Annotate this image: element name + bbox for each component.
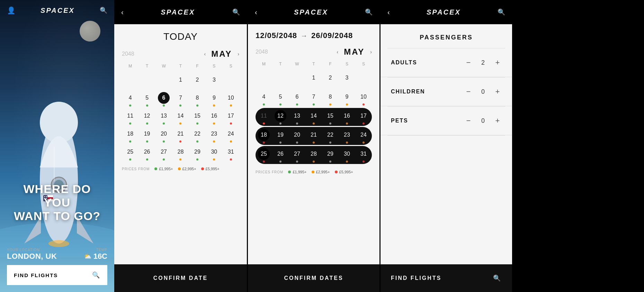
cal-prev-month-1[interactable]: ‹ [204, 51, 206, 57]
price-dot [163, 104, 165, 107]
table-row[interactable]: 22 [322, 127, 339, 145]
children-minus-button[interactable]: − [464, 87, 473, 96]
table-row[interactable]: 18 [122, 126, 138, 144]
user-icon[interactable]: 👤 [7, 6, 16, 15]
table-row[interactable]: 12 [272, 108, 289, 126]
pets-minus-button[interactable]: − [464, 116, 473, 125]
passengers-title: PASSENGERS [381, 24, 512, 48]
table-row[interactable]: 10 [223, 90, 239, 108]
table-row[interactable]: 21 [172, 126, 189, 144]
table-row[interactable]: 23 [339, 127, 355, 145]
table-row[interactable]: 11 [256, 108, 272, 126]
pets-count: 0 [480, 117, 486, 125]
table-row[interactable]: 14 [305, 108, 322, 126]
table-row[interactable]: 25 [122, 144, 138, 162]
table-row[interactable]: 24 [223, 126, 239, 144]
table-row[interactable]: 5 [272, 89, 289, 107]
table-row[interactable]: 31 [223, 144, 239, 162]
price-dot [129, 104, 131, 107]
table-row[interactable]: 29 [189, 144, 206, 162]
table-row[interactable]: 30 [339, 146, 355, 164]
table-row[interactable]: 24 [355, 127, 372, 145]
table-row[interactable]: 31 [355, 146, 372, 164]
table-row[interactable]: 28 [172, 144, 189, 162]
cal-prev-month-2[interactable]: ‹ [337, 49, 339, 55]
adults-minus-button[interactable]: − [464, 58, 473, 67]
price-dot [346, 103, 348, 106]
table-row[interactable]: 16 [339, 108, 355, 126]
moon-decoration [80, 21, 100, 42]
table-row[interactable]: 16 [206, 108, 222, 126]
table-row[interactable]: 28 [305, 146, 322, 164]
table-row[interactable]: 23 [206, 126, 222, 144]
table-row[interactable]: 26 [272, 146, 289, 164]
table-row[interactable]: 7 [172, 90, 189, 108]
table-row[interactable]: 18 [256, 127, 272, 145]
children-plus-button[interactable]: + [493, 87, 502, 96]
back-arrow-icon-3[interactable]: ‹ [387, 8, 390, 16]
temp-block: TEMP ⛅ 16C [84, 248, 107, 261]
confirm-dates-button[interactable]: CONFIRM DATES [248, 264, 379, 292]
cal-search-icon[interactable]: 🔍 [232, 8, 240, 16]
cal-next-month-2[interactable]: › [370, 49, 372, 55]
table-row[interactable]: 3 [339, 70, 355, 88]
table-row [155, 72, 172, 90]
search-icon[interactable]: 🔍 [100, 7, 107, 14]
table-row[interactable]: 9 [339, 89, 355, 107]
table-row[interactable]: 4 [122, 90, 138, 108]
table-row[interactable]: 14 [172, 108, 189, 126]
table-row[interactable]: 3 [206, 72, 222, 90]
back-arrow-icon[interactable]: ‹ [121, 8, 124, 16]
table-row[interactable]: 22 [189, 126, 206, 144]
table-row[interactable]: 2 [322, 70, 339, 88]
table-row[interactable]: 6 [289, 89, 305, 107]
table-row[interactable]: 15 [322, 108, 339, 126]
pass-body: PASSENGERS ADULTS − 2 + CHILDREN − 0 + P… [381, 24, 512, 264]
table-row[interactable]: 30 [206, 144, 222, 162]
cal-search-icon-2[interactable]: 🔍 [365, 8, 373, 16]
temp-label: TEMP [84, 248, 107, 252]
cal-header-today: TODAY [122, 31, 239, 42]
table-row[interactable]: 27 [289, 146, 305, 164]
table-row[interactable]: 21 [305, 127, 322, 145]
table-row[interactable]: 5 [138, 90, 155, 108]
table-row[interactable]: 17 [223, 108, 239, 126]
cal-next-month-1[interactable]: › [238, 51, 239, 57]
table-row[interactable]: 10 [355, 89, 372, 107]
table-row[interactable]: 11 [122, 108, 138, 126]
table-row[interactable]: 25 [256, 146, 272, 164]
table-row[interactable]: 13 [289, 108, 305, 126]
table-row[interactable]: 29 [322, 146, 339, 164]
pass-find-flights-button[interactable]: FIND FLIGHTS 🔍 [381, 264, 512, 292]
table-row[interactable]: 17 [355, 108, 372, 126]
location-info: YOUR LOCATION LONDON, UK [7, 248, 57, 261]
table-row[interactable]: 1 [305, 70, 322, 88]
table-row[interactable]: 13 [155, 108, 172, 126]
table-row[interactable]: 8 [189, 90, 206, 108]
price-dot [263, 122, 265, 125]
table-row[interactable]: 19 [272, 127, 289, 145]
pass-search-icon[interactable]: 🔍 [498, 8, 505, 16]
pets-label: PETS [391, 118, 408, 124]
table-row[interactable]: 27 [155, 144, 172, 162]
table-row[interactable]: 2 [189, 72, 206, 90]
pets-plus-button[interactable]: + [493, 116, 502, 125]
confirm-date-button[interactable]: CONFIRM DATE [114, 264, 247, 292]
back-arrow-icon-2[interactable]: ‹ [255, 8, 257, 16]
table-row[interactable]: 26 [138, 144, 155, 162]
table-row[interactable]: 4 [256, 89, 272, 107]
table-row[interactable]: 6 [155, 90, 172, 108]
find-flights-button[interactable]: FIND FLIGHTS 🔍 [7, 265, 107, 285]
table-row[interactable]: 19 [138, 126, 155, 144]
table-row[interactable]: 8 [322, 89, 339, 107]
table-row [272, 70, 289, 88]
price-dot [179, 140, 181, 143]
table-row[interactable]: 20 [155, 126, 172, 144]
table-row[interactable]: 9 [206, 90, 222, 108]
table-row[interactable]: 15 [189, 108, 206, 126]
table-row[interactable]: 12 [138, 108, 155, 126]
adults-plus-button[interactable]: + [493, 58, 502, 67]
table-row[interactable]: 1 [172, 72, 189, 90]
table-row[interactable]: 7 [305, 89, 322, 107]
table-row[interactable]: 20 [289, 127, 305, 145]
